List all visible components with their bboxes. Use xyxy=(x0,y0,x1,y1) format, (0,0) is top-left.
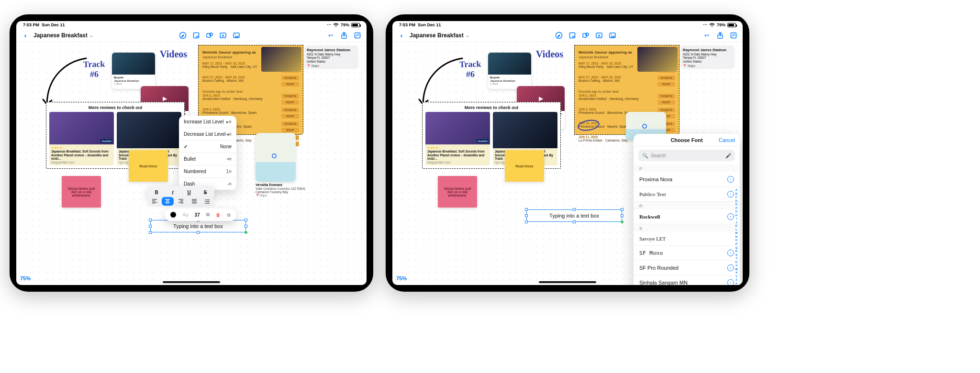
tickets-button[interactable]: TICKETS xyxy=(281,108,299,112)
font-size-value[interactable]: 37 xyxy=(195,212,200,218)
undo-icon[interactable]: ↩︎ xyxy=(702,31,711,40)
font-item[interactable]: Proxima Nova› xyxy=(634,172,740,187)
shape-tool-icon[interactable] xyxy=(581,31,590,40)
text-tool-icon[interactable]: A xyxy=(595,31,603,40)
collab-icon[interactable] xyxy=(353,31,362,40)
home-indicator[interactable] xyxy=(163,281,220,283)
sticky-note-yellow[interactable]: Read these xyxy=(129,150,168,182)
back-button[interactable]: ‹ xyxy=(21,31,30,40)
chevron-right-icon[interactable]: › xyxy=(727,279,734,285)
tickets-button[interactable]: TICKETS xyxy=(281,94,299,99)
list-style-none[interactable]: None xyxy=(179,141,236,153)
resize-handle[interactable] xyxy=(197,231,200,234)
home-indicator[interactable] xyxy=(539,281,596,283)
chevron-right-icon[interactable]: › xyxy=(727,264,734,271)
freeform-canvas[interactable]: 75% Track #6 Videos BoyishJapanese Break… xyxy=(16,42,367,285)
chevron-right-icon[interactable]: › xyxy=(727,213,734,220)
back-button[interactable]: ‹ xyxy=(397,31,406,40)
more-icon[interactable]: ⊖ xyxy=(227,212,231,218)
resize-handle[interactable] xyxy=(525,214,528,217)
pen-tool-icon[interactable] xyxy=(178,31,187,40)
resize-handle[interactable] xyxy=(525,208,528,211)
color-swatch[interactable] xyxy=(170,212,176,218)
index-letter[interactable]: O xyxy=(734,239,739,241)
board-title[interactable]: Japanese Breakfast⌄ xyxy=(33,32,93,39)
index-letter[interactable]: B xyxy=(734,192,739,195)
index-letter[interactable]: I xyxy=(734,217,739,220)
selected-textbox[interactable]: Typing into a text box xyxy=(150,220,246,232)
font-button[interactable]: Aa xyxy=(182,212,188,218)
resize-handle[interactable] xyxy=(573,220,576,223)
link-card-boyish[interactable]: BoyishJapanese Breakfasts.dbcs xyxy=(488,53,531,89)
index-letter[interactable]: P xyxy=(734,242,739,245)
rsvp-button[interactable]: RSVP xyxy=(657,100,675,105)
font-item[interactable]: Sinhala Sangam MN› xyxy=(634,275,740,285)
resize-handle[interactable] xyxy=(621,208,624,211)
collab-icon[interactable] xyxy=(729,31,738,40)
share-icon[interactable] xyxy=(340,31,348,40)
chevron-right-icon[interactable]: › xyxy=(727,191,734,197)
index-letter[interactable]: H xyxy=(734,214,739,217)
resize-handle[interactable] xyxy=(149,231,152,234)
media-tool-icon[interactable] xyxy=(608,31,617,40)
delete-icon[interactable]: 🗑 xyxy=(216,212,221,218)
font-list[interactable]: P Proxima Nova› Publico Text› R Rockwell… xyxy=(634,165,740,285)
index-letter[interactable]: E xyxy=(734,203,739,206)
share-icon[interactable] xyxy=(716,31,724,40)
font-item[interactable]: SF Pro Rounded› xyxy=(634,261,740,275)
sticky-note-pink[interactable]: Sticky‑Notes just like on a real whitebo… xyxy=(438,176,477,208)
rsvp-button[interactable]: RSVP xyxy=(281,114,299,119)
media-tool-icon[interactable] xyxy=(232,31,241,40)
tickets-button[interactable]: TICKETS xyxy=(281,76,299,80)
index-letter[interactable]: F xyxy=(734,207,739,209)
chevron-right-icon[interactable]: › xyxy=(727,176,734,183)
sticky-tool-icon[interactable] xyxy=(568,31,577,40)
list-style-numbered[interactable]: Numbered1≡ xyxy=(179,165,236,178)
map-card[interactable] xyxy=(256,133,296,182)
index-letter[interactable]: Y xyxy=(734,275,739,278)
font-search-field[interactable]: 🔍 Search 🎤 xyxy=(638,150,735,161)
align-right-button[interactable] xyxy=(175,197,187,206)
resize-handle[interactable] xyxy=(245,225,247,228)
duplicate-icon[interactable]: ⧉ xyxy=(206,212,210,218)
venue-card[interactable]: Raymond James Stadium 4201 N Dale Mabry … xyxy=(680,46,734,68)
index-letter[interactable]: G xyxy=(734,210,739,213)
index-letter[interactable]: X xyxy=(734,271,739,274)
index-letter[interactable]: K xyxy=(734,224,739,227)
font-item[interactable]: SF Mono› xyxy=(634,246,740,261)
decrease-list-level[interactable]: Decrease List Level◂≡ xyxy=(179,128,236,141)
resize-handle[interactable] xyxy=(621,220,624,223)
undo-icon[interactable]: ↩︎ xyxy=(326,31,335,40)
freeform-canvas[interactable]: 75% Track #6 Videos BoyishJapanese Break… xyxy=(392,42,743,285)
link-card-boyish[interactable]: BoyishJapanese Breakfasts.dbcs xyxy=(112,53,155,89)
sticky-tool-icon[interactable] xyxy=(192,31,200,40)
index-letter[interactable]: W xyxy=(734,268,739,271)
align-center-button[interactable] xyxy=(162,197,174,206)
index-letter[interactable]: M xyxy=(734,231,739,234)
text-tool-icon[interactable]: A xyxy=(219,31,227,40)
sticky-note-yellow[interactable]: Read these xyxy=(505,150,544,182)
index-letter[interactable]: T xyxy=(734,257,739,260)
index-letter[interactable]: U xyxy=(734,261,739,263)
venue-card[interactable]: Raymond James Stadium 4201 N Dale Mabry … xyxy=(304,46,358,68)
index-letter[interactable]: Z xyxy=(734,278,739,281)
index-letter[interactable]: Q xyxy=(734,246,739,249)
resize-handle[interactable] xyxy=(245,231,247,234)
index-letter[interactable]: N xyxy=(734,235,739,238)
maps-link[interactable]: 📍Maps xyxy=(683,64,695,67)
tickets-button[interactable]: TICKETS xyxy=(657,94,675,99)
resize-handle[interactable] xyxy=(621,214,624,217)
sticky-note-pink[interactable]: Sticky‑Notes just like on a real whitebo… xyxy=(62,176,101,208)
resize-handle[interactable] xyxy=(573,208,576,211)
selected-textbox[interactable]: Typing into a text box xyxy=(526,209,622,222)
board-title[interactable]: Japanese Breakfast⌄ xyxy=(410,32,469,39)
rsvp-button[interactable]: RSVP xyxy=(281,100,299,105)
resize-handle[interactable] xyxy=(149,219,152,221)
zoom-label[interactable]: 75% xyxy=(20,275,31,281)
tour-poster-image[interactable] xyxy=(637,47,678,72)
tour-poster-image[interactable] xyxy=(261,47,301,72)
rsvp-button[interactable]: RSVP xyxy=(657,82,675,87)
review-card[interactable]: Guardian ★★★★☆Japanese Breakfast: Soft S… xyxy=(49,112,114,165)
rsvp-button[interactable]: RSVP xyxy=(281,128,299,132)
zoom-label[interactable]: 75% xyxy=(396,275,407,281)
